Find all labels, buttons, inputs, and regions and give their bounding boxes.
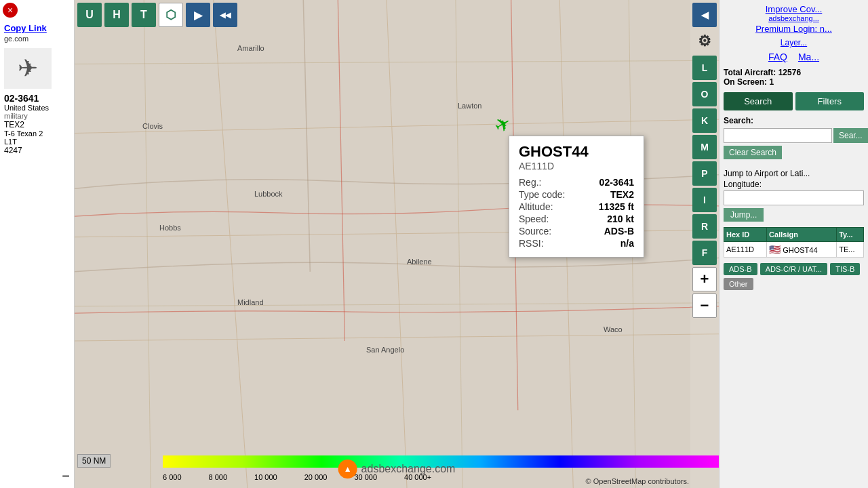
type-name: T-6 Texan 2 <box>4 129 70 138</box>
country: United States <box>4 104 70 112</box>
total-aircraft-label: Total Aircraft: <box>724 68 776 77</box>
back-button[interactable]: ◀ <box>692 3 717 27</box>
cell-type: TE... <box>837 242 864 258</box>
btn-l[interactable]: L <box>692 56 717 80</box>
btn-t[interactable]: T <box>132 3 156 27</box>
col-type[interactable]: Ty... <box>837 228 864 242</box>
search-filter-btns: Search Filters <box>724 92 864 110</box>
map-container[interactable]: Amarillo Clovis Lawton Lubbock Hobbs Mid… <box>75 0 719 488</box>
adsb-logo-text: adsbexchange.com <box>361 463 456 475</box>
jump-label: Jump to Airport or Lati... <box>724 169 864 178</box>
btn-h[interactable]: H <box>104 3 129 27</box>
src-tisb-button[interactable]: TIS-B <box>830 263 860 275</box>
faq-link[interactable]: FAQ <box>768 52 787 62</box>
adsb-link[interactable]: adsbexchang... <box>724 14 864 22</box>
btn-u[interactable]: U <box>77 3 102 27</box>
adsb-logo: ▲ adsbexchange.com <box>338 460 456 479</box>
btn-o[interactable]: O <box>692 82 717 106</box>
popup-rssi-value: n/a <box>620 238 634 249</box>
alt-label-0: 6 000 <box>163 473 182 481</box>
left-panel: × Copy Link ge.com ✈ 02-3641 United Stat… <box>0 0 75 488</box>
on-screen-value: 1 <box>769 77 774 87</box>
popup-callsign: GHOST44 <box>519 143 634 161</box>
popup-reg-value: 02-3641 <box>599 177 634 188</box>
map-scale: 50 NM <box>77 454 111 468</box>
stats-section: Total Aircraft: 12576 On Screen: 1 <box>724 68 864 87</box>
zoom-in-button[interactable]: + <box>692 267 717 291</box>
source-filter-buttons: ADS-B ADS-C/R / UAT... TIS-B Other <box>724 263 864 290</box>
search-label: Search: <box>724 116 864 125</box>
layer-button[interactable]: ⬡ <box>159 3 183 27</box>
jump-section: Jump to Airport or Lati... Longitude: Ju… <box>724 169 864 222</box>
col-hex-id[interactable]: Hex ID <box>724 228 767 242</box>
btn-m[interactable]: M <box>692 135 717 159</box>
alt-label-2: 10 000 <box>254 473 277 481</box>
total-aircraft-value: 12576 <box>778 68 801 77</box>
skip-button[interactable]: ◀◀ <box>213 3 237 27</box>
improve-coverage-link[interactable]: Improve Cov... <box>724 4 864 14</box>
search-input[interactable] <box>724 128 832 143</box>
col-callsign[interactable]: Callsign <box>767 228 837 242</box>
aircraft-table: Hex ID Callsign Ty... AE111D 🇺🇸 GHOST44 … <box>724 227 864 258</box>
jump-input[interactable] <box>724 190 864 205</box>
popup-reg-label: Reg.: <box>519 177 541 188</box>
jump-button[interactable]: Jump... <box>724 208 764 222</box>
settings-button[interactable]: ⚙ <box>692 29 717 54</box>
on-screen-label: On Screen: <box>724 77 767 87</box>
btn-k[interactable]: K <box>692 108 717 133</box>
attribution-text: © OpenStreetMap contributors. <box>586 477 689 485</box>
src-adsc-button[interactable]: ADS-C/R / UAT... <box>760 263 828 275</box>
flag-icon: 🇺🇸 <box>769 244 781 255</box>
btn-p[interactable]: P <box>692 161 717 186</box>
table-row[interactable]: AE111D 🇺🇸 GHOST44 TE... <box>724 242 864 258</box>
aircraft-thumbnail: ✈ <box>4 48 52 89</box>
search-input-row: Sear... <box>724 128 864 143</box>
popup-type-label: Type code: <box>519 189 566 200</box>
btn-f[interactable]: F <box>692 241 717 265</box>
zoom-out-button[interactable]: − <box>692 293 717 318</box>
layer-link[interactable]: Layer... <box>724 38 864 47</box>
alt-label-1: 8 000 <box>209 473 228 481</box>
popup-speed-label: Speed: <box>519 214 549 224</box>
src-other-button[interactable]: Other <box>724 278 753 290</box>
registration: 02-3641 <box>4 93 70 104</box>
mil-status: military <box>4 112 70 120</box>
btn-i[interactable]: I <box>692 188 717 212</box>
close-button[interactable]: × <box>3 3 18 18</box>
forward-button[interactable]: ▶ <box>186 3 210 27</box>
clear-search-button[interactable]: Clear Search <box>724 146 782 159</box>
collapse-button[interactable]: − <box>4 468 70 484</box>
popup-alt-label: Altitude: <box>519 201 553 212</box>
premium-login-link[interactable]: Premium Login: n... <box>724 24 864 34</box>
wtc: L1T <box>4 138 70 146</box>
top-controls: U H T ⬡ ▶ ◀◀ <box>75 3 690 27</box>
map-link[interactable]: Ma... <box>798 52 819 62</box>
domain-text: ge.com <box>4 35 70 43</box>
popup-source-label: Source: <box>519 226 551 237</box>
search-go-button[interactable]: Sear... <box>833 128 868 143</box>
popup-alt-value: 11325 ft <box>599 201 634 212</box>
copy-link-button[interactable]: Copy Link <box>4 23 70 33</box>
map-controls: ◀ ⚙ L O K M P I R F + − <box>690 0 719 488</box>
right-panel: Improve Cov... adsbexchang... Premium Lo… <box>719 0 868 488</box>
cell-hex: AE111D <box>724 242 767 258</box>
aircraft-popup: GHOST44 AE111D Reg.: 02-3641 Type code: … <box>509 136 644 258</box>
src-adsb-button[interactable]: ADS-B <box>724 263 757 275</box>
type-code: TEX2 <box>4 120 70 129</box>
popup-speed-value: 210 kt <box>607 214 634 224</box>
btn-r[interactable]: R <box>692 214 717 239</box>
alt-label-3: 20 000 <box>304 473 328 481</box>
map-attribution: © OpenStreetMap contributors. <box>586 477 689 485</box>
popup-source-value: ADS-B <box>604 226 634 237</box>
squawk: 4247 <box>4 146 70 155</box>
cell-callsign-text: GHOST44 <box>783 246 817 254</box>
search-button[interactable]: Search <box>724 92 793 110</box>
popup-type-value: TEX2 <box>610 189 634 200</box>
adsb-logo-icon: ▲ <box>338 460 357 479</box>
popup-hex: AE111D <box>519 161 634 171</box>
nav-links: FAQ Ma... <box>724 52 864 62</box>
cell-callsign: 🇺🇸 GHOST44 <box>767 242 837 258</box>
longitude-label: Longitude: <box>724 180 864 189</box>
filters-button[interactable]: Filters <box>795 92 865 110</box>
popup-rssi-label: RSSI: <box>519 238 544 249</box>
